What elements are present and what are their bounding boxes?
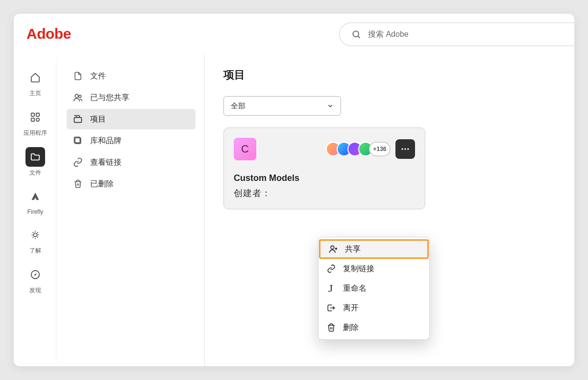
- avatar-overflow[interactable]: +136: [369, 142, 391, 156]
- projects-icon: [73, 114, 83, 124]
- menu-share-label: 共享: [345, 244, 361, 254]
- context-menu: 共享 复制链接 重命名: [318, 237, 430, 340]
- users-icon: [73, 93, 83, 102]
- share-icon: [328, 244, 338, 254]
- svg-line-1: [358, 36, 360, 38]
- nav-home-label: 主页: [29, 89, 41, 98]
- side-shared-label: 已与您共享: [90, 93, 129, 103]
- home-icon: [25, 68, 45, 87]
- nav-apps-label: 应用程序: [24, 129, 47, 137]
- menu-rename-label: 重命名: [343, 283, 367, 294]
- link-icon: [326, 264, 336, 273]
- nav-learn[interactable]: 了解: [20, 225, 51, 255]
- nav-discover-label: 发现: [29, 286, 41, 295]
- project-creator: 创建者：: [234, 187, 415, 199]
- project-card[interactable]: C +136 Custom Models 创建者：: [223, 127, 425, 209]
- menu-leave-label: 离开: [343, 303, 359, 313]
- side-deleted-label: 已删除: [90, 179, 114, 189]
- more-button[interactable]: [395, 139, 415, 159]
- menu-rename[interactable]: 重命名: [318, 279, 429, 298]
- svg-point-6: [33, 233, 37, 236]
- nav-files[interactable]: 文件: [20, 147, 51, 177]
- project-thumb: C: [234, 138, 256, 160]
- nav-apps[interactable]: 应用程序: [20, 107, 51, 137]
- rename-icon: [326, 284, 336, 293]
- page-title: 项目: [223, 68, 556, 82]
- svg-line-11: [33, 232, 33, 233]
- trash-icon: [326, 323, 336, 332]
- link-icon: [73, 157, 83, 167]
- side-projects[interactable]: 项目: [67, 109, 196, 129]
- avatar-stack[interactable]: +136: [326, 142, 391, 156]
- side-files[interactable]: 文件: [67, 66, 196, 86]
- side-files-label: 文件: [90, 71, 106, 81]
- nav-learn-label: 了解: [29, 247, 41, 255]
- libraries-icon: [73, 136, 83, 146]
- nav-home[interactable]: 主页: [20, 68, 51, 98]
- svg-rect-2: [31, 113, 34, 116]
- side-libraries[interactable]: 库和品牌: [67, 130, 196, 151]
- svg-rect-4: [31, 118, 34, 121]
- side-links[interactable]: 查看链接: [67, 152, 196, 173]
- svg-point-0: [353, 31, 359, 37]
- svg-point-24: [407, 148, 409, 150]
- firefly-icon: [25, 187, 45, 206]
- nav-firefly-label: Firefly: [27, 208, 44, 215]
- svg-line-14: [37, 232, 38, 233]
- svg-point-23: [404, 148, 406, 150]
- menu-delete-label: 删除: [343, 323, 359, 333]
- chevron-down-icon: [327, 102, 334, 109]
- menu-leave[interactable]: 离开: [318, 298, 429, 318]
- svg-point-25: [331, 246, 334, 249]
- nav-firefly[interactable]: Firefly: [20, 187, 51, 215]
- search-icon: [351, 29, 361, 39]
- lightbulb-icon: [25, 225, 45, 245]
- adobe-logo: Adobe: [26, 25, 71, 42]
- side-shared[interactable]: 已与您共享: [67, 87, 196, 108]
- filter-dropdown[interactable]: 全部: [223, 96, 341, 116]
- search-input[interactable]: [368, 30, 574, 39]
- menu-share[interactable]: 共享: [319, 239, 429, 259]
- svg-point-17: [75, 94, 78, 98]
- menu-copy-link[interactable]: 复制链接: [318, 259, 429, 279]
- svg-rect-19: [74, 118, 82, 123]
- nav-files-label: 文件: [29, 169, 41, 177]
- svg-marker-16: [34, 273, 37, 276]
- apps-icon: [25, 107, 45, 127]
- search-field[interactable]: [339, 23, 574, 46]
- menu-copy-link-label: 复制链接: [343, 264, 374, 274]
- file-icon: [73, 71, 83, 81]
- side-deleted[interactable]: 已删除: [67, 174, 196, 194]
- svg-line-13: [33, 237, 33, 237]
- trash-icon: [73, 179, 83, 189]
- leave-icon: [326, 304, 336, 312]
- side-libraries-label: 库和品牌: [90, 136, 122, 146]
- side-links-label: 查看链接: [90, 157, 122, 168]
- folder-icon: [25, 147, 45, 167]
- project-name: Custom Models: [234, 173, 415, 183]
- svg-line-12: [37, 237, 38, 237]
- svg-point-18: [79, 95, 81, 98]
- svg-point-22: [402, 148, 403, 150]
- svg-point-5: [36, 118, 39, 121]
- filter-value: 全部: [231, 101, 245, 111]
- svg-rect-3: [36, 113, 39, 116]
- menu-delete[interactable]: 删除: [318, 318, 429, 337]
- side-projects-label: 项目: [90, 114, 106, 125]
- compass-icon: [25, 265, 45, 284]
- nav-discover[interactable]: 发现: [20, 265, 51, 295]
